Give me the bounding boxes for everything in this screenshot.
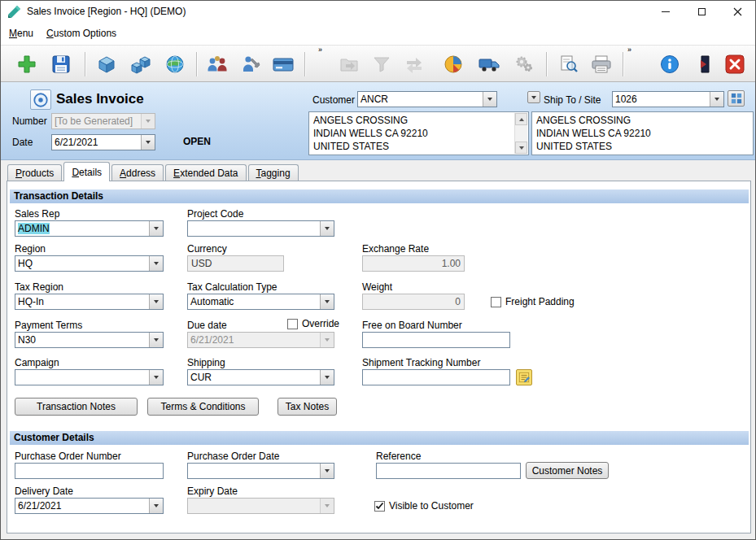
chevron-down-icon: [325, 300, 330, 303]
customer-combobox[interactable]: ANCR: [357, 91, 497, 107]
tax-region-dropdown-button[interactable]: [149, 294, 163, 309]
number-label: Number: [12, 115, 47, 127]
weight-label: Weight: [362, 281, 392, 293]
reference-input[interactable]: [376, 463, 521, 479]
tab-label: agging: [261, 168, 291, 179]
invoice-date-combobox[interactable]: 6/21/2021: [51, 134, 155, 150]
site-lookup-button[interactable]: [728, 90, 745, 107]
terms-conditions-button[interactable]: Terms & Conditions: [147, 398, 259, 416]
tax-region-combobox[interactable]: HQ-In: [15, 294, 164, 310]
inventory-button[interactable]: [128, 51, 154, 77]
info-button[interactable]: [657, 51, 683, 77]
delivery-date-value: 6/21/2021: [15, 499, 149, 513]
delivery-date-combobox[interactable]: 6/21/2021: [15, 498, 164, 514]
shipping-combobox[interactable]: CUR: [187, 369, 334, 385]
contacts-button[interactable]: [238, 51, 264, 77]
product-button[interactable]: [94, 51, 120, 77]
region-dropdown-button[interactable]: [149, 256, 163, 271]
scroll-down-button[interactable]: [515, 142, 527, 154]
ship-to-address-box[interactable]: ANGELS CROSSING INDIAN WELLS CA 92210 UN…: [531, 111, 754, 155]
region-label: Region: [15, 243, 46, 255]
delivery-date-dropdown-button[interactable]: [149, 499, 163, 513]
purchase-order-number-label: Purchase Order Number: [15, 451, 121, 462]
record-options-button[interactable]: [30, 89, 51, 110]
campaign-dropdown-button[interactable]: [149, 370, 163, 385]
campaign-value: [15, 370, 149, 385]
add-button[interactable]: [14, 51, 40, 77]
print-preview-button[interactable]: [556, 51, 582, 77]
tab-extended-data[interactable]: Extended Data: [165, 164, 246, 181]
menubar: Menu Custom Options: [1, 22, 755, 45]
maximize-icon: [698, 8, 706, 15]
payment-terms-combobox[interactable]: N30: [15, 332, 164, 348]
exchange-rate-label: Exchange Rate: [362, 243, 429, 255]
sales-rep-combobox[interactable]: ADMIN: [15, 220, 164, 237]
address-scrollbar[interactable]: [514, 113, 527, 154]
po-date-dropdown-button[interactable]: [320, 464, 334, 478]
transaction-notes-button[interactable]: Transaction Notes: [15, 398, 138, 416]
menu-item-custom-options[interactable]: Custom Options: [46, 28, 116, 39]
exchange-rate-field: 1.00: [362, 255, 465, 272]
chevron-down-icon: [154, 262, 159, 265]
shipping-truck-icon: [478, 54, 500, 75]
address-line: ANGELS CROSSING: [536, 114, 749, 127]
tab-label: roducts: [22, 168, 54, 179]
customer-notes-button[interactable]: Customer Notes: [526, 462, 609, 479]
customer-dropdown-button[interactable]: [483, 92, 496, 107]
region-combobox[interactable]: HQ: [15, 255, 164, 272]
gears-icon: [513, 54, 535, 75]
ship-to-site-combobox[interactable]: 1026: [612, 91, 724, 107]
tax-calc-dropdown-button[interactable]: [320, 294, 334, 309]
grid-icon: [731, 93, 742, 104]
expiry-date-value: [188, 499, 320, 513]
purchase-order-number-input[interactable]: [15, 463, 164, 479]
project-code-dropdown-button[interactable]: [320, 221, 334, 236]
override-checkbox[interactable]: Override: [287, 318, 339, 329]
tab-address[interactable]: Address: [111, 164, 164, 181]
toolbar-overflow-icon[interactable]: »: [627, 46, 631, 54]
tab-details[interactable]: Details: [63, 162, 110, 181]
customer-address-box[interactable]: ANGELS CROSSING INDIAN WELLS CA 92210 UN…: [308, 111, 529, 155]
ship-to-expander-button[interactable]: [527, 91, 540, 103]
freight-padding-checkbox[interactable]: Freight Padding: [491, 296, 575, 307]
sales-rep-dropdown-button[interactable]: [149, 221, 163, 236]
tab-products[interactable]: Products: [7, 164, 62, 181]
minimize-button[interactable]: [648, 1, 684, 22]
note-edit-icon: [518, 372, 530, 383]
date-dropdown-button[interactable]: [141, 135, 155, 150]
tax-calculation-type-combobox[interactable]: Automatic: [187, 294, 334, 310]
customers-icon: [206, 54, 229, 75]
tax-calculation-type-label: Tax Calculation Type: [187, 281, 277, 293]
shipping-dropdown-button[interactable]: [320, 370, 334, 385]
maximize-button[interactable]: [684, 1, 719, 22]
scroll-up-button[interactable]: [515, 113, 527, 125]
tracking-notes-button[interactable]: [516, 369, 532, 385]
chart-button[interactable]: [440, 51, 466, 77]
purchase-order-date-combobox[interactable]: [187, 463, 334, 479]
toolbar-overflow-icon[interactable]: »: [318, 46, 322, 54]
close-red-icon: [724, 54, 745, 75]
payment-button[interactable]: [270, 51, 296, 77]
close-button[interactable]: [719, 1, 755, 22]
close-form-button[interactable]: [722, 51, 748, 77]
free-on-board-input[interactable]: [362, 332, 510, 348]
web-button[interactable]: [162, 51, 188, 77]
customers-button[interactable]: [204, 51, 230, 77]
print-button[interactable]: [588, 51, 614, 77]
campaign-combobox[interactable]: [15, 369, 164, 385]
visible-to-customer-checkbox[interactable]: Visible to Customer: [374, 500, 474, 512]
menu-item-menu[interactable]: Menu: [9, 28, 33, 39]
payment-terms-dropdown-button[interactable]: [149, 333, 163, 347]
save-button[interactable]: [48, 51, 74, 77]
shipment-tracking-input[interactable]: [362, 369, 510, 385]
tab-tagging[interactable]: Tagging: [248, 164, 299, 181]
filter-button: [369, 51, 395, 77]
tax-region-label: Tax Region: [15, 281, 63, 293]
triangle-up-icon: [519, 118, 524, 121]
shipping-button[interactable]: [476, 51, 502, 77]
project-code-combobox[interactable]: [187, 220, 334, 237]
ship-to-dropdown-button[interactable]: [710, 92, 723, 107]
exit-button[interactable]: [689, 51, 715, 77]
tax-notes-button[interactable]: Tax Notes: [277, 398, 337, 416]
web-globe-icon: [164, 54, 186, 75]
